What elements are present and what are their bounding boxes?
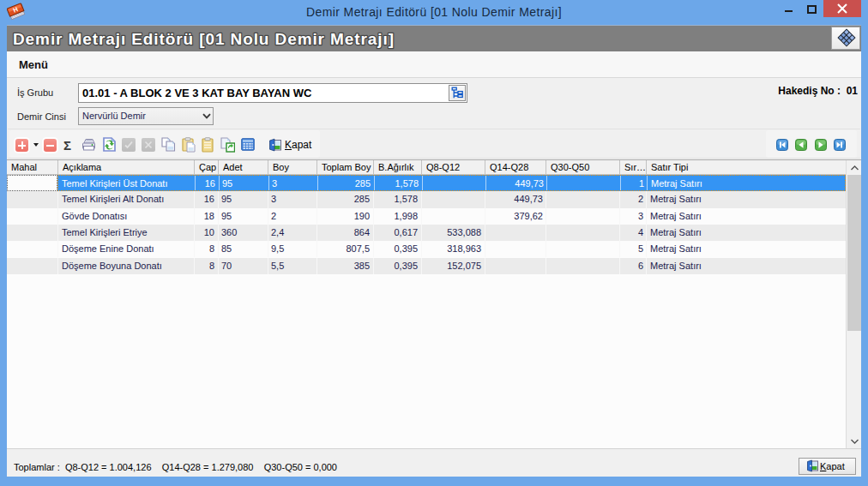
svg-text:Demir Metrajı Editörü [01 Nolu: Demir Metrajı Editörü [01 Nolu Demir Met… — [13, 30, 395, 48]
